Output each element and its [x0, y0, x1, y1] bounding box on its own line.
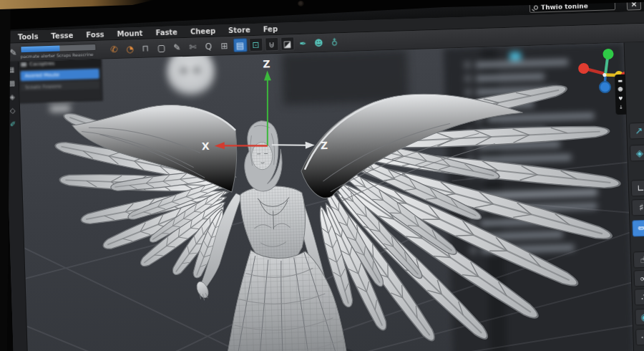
axis-up-label: Z: [263, 58, 270, 69]
gem-tool-button[interactable]: ◈: [630, 145, 644, 162]
brush-tool-button[interactable]: ✏: [632, 220, 644, 237]
monitor-icon[interactable]: ⊡: [249, 38, 263, 52]
menu-item[interactable]: Fep: [257, 24, 283, 33]
trash-icon[interactable]: ⊎: [265, 37, 279, 52]
viewport-canvas: Z X Z: [19, 43, 633, 351]
user-icon[interactable]: ☻: [312, 36, 326, 50]
user-icon[interactable]: ☻: [618, 87, 623, 92]
redirect-tool-button[interactable]: ↗: [629, 122, 644, 140]
menu-item[interactable]: Store: [223, 25, 256, 34]
menu-item[interactable]: Faste: [150, 28, 183, 37]
link-tool-button[interactable]: ∞: [634, 270, 644, 287]
folder-icon[interactable]: ▤: [233, 38, 248, 52]
toolbar-slider-group: pacmate alorter Scraps Reascrine: [20, 43, 97, 58]
menu-item[interactable]: Tesse: [45, 31, 79, 39]
axis-left-label: X: [202, 140, 210, 152]
duplicate-icon[interactable]: ⊞: [218, 39, 232, 53]
search-icon: [534, 6, 538, 10]
edit-pen-icon[interactable]: ✎: [9, 47, 16, 57]
corner-tool-button[interactable]: ∟: [631, 180, 644, 197]
folder-icon: [21, 62, 26, 67]
hash-tool-button[interactable]: ♯: [631, 199, 644, 216]
search-text: Thwio tonine: [541, 2, 588, 11]
heart-icon[interactable]: ♥: [618, 97, 623, 102]
right-wing: [298, 79, 625, 350]
gem-icon[interactable]: ◈: [9, 94, 15, 101]
cut-tool-icon[interactable]: ✄: [186, 39, 200, 54]
menu-item[interactable]: Tools: [12, 32, 44, 41]
sphere-tool-button[interactable]: ◉: [635, 309, 644, 326]
background-wall: [0, 0, 154, 9]
zoom-tool-icon[interactable]: Q: [202, 39, 216, 54]
viewport-3d[interactable]: Z X Z: [19, 43, 633, 351]
grab-tool-icon[interactable]: ✆: [107, 42, 122, 57]
hand-tool-button[interactable]: ☝: [633, 251, 644, 269]
menu-item[interactable]: Foss: [80, 30, 110, 39]
image-icon[interactable]: ◪: [280, 37, 295, 51]
lock-tool-icon[interactable]: ⊓: [139, 41, 153, 55]
mini-panel-row[interactable]: Scoate Fesoone: [21, 81, 99, 91]
scene-mini-panel: Cacoptres Asored Moute Scoate Fesoone: [19, 57, 103, 104]
download-icon[interactable]: ↓: [619, 105, 623, 110]
more-tool-button[interactable]: ⋯: [635, 329, 644, 346]
dock-mini-pill: ▬ ☻ ♥ ↓: [615, 74, 627, 115]
mini-panel-selected-row[interactable]: Asored Moute: [20, 69, 99, 81]
menu-item[interactable]: Cheep: [185, 27, 222, 36]
dots-tool-button[interactable]: ∴: [634, 289, 644, 306]
pen-tool-icon[interactable]: ✎: [170, 40, 185, 54]
mini-panel-title: Cacoptres: [29, 61, 54, 67]
comment-icon[interactable]: ▬: [618, 79, 623, 84]
brush-icon[interactable]: ✒: [296, 37, 311, 51]
pen-icon[interactable]: ✐: [10, 120, 16, 128]
rotate-tool-icon[interactable]: ◔: [123, 42, 137, 56]
diamond-icon[interactable]: ◇: [10, 107, 16, 115]
close-button[interactable]: ×: [627, 0, 641, 11]
webcam-dot: [298, 1, 304, 6]
monitor-screen: Thwio tonine × Tools Tesse Foss Mount Fa…: [3, 0, 644, 351]
search-input[interactable]: Thwio tonine: [530, 0, 615, 13]
menu-item[interactable]: Mount: [111, 29, 148, 38]
axis-right-label: Z: [321, 140, 328, 151]
globe-icon[interactable]: ♁: [328, 35, 342, 49]
progress-fill: [21, 45, 59, 52]
frame-tool-icon[interactable]: ▢: [155, 41, 169, 55]
